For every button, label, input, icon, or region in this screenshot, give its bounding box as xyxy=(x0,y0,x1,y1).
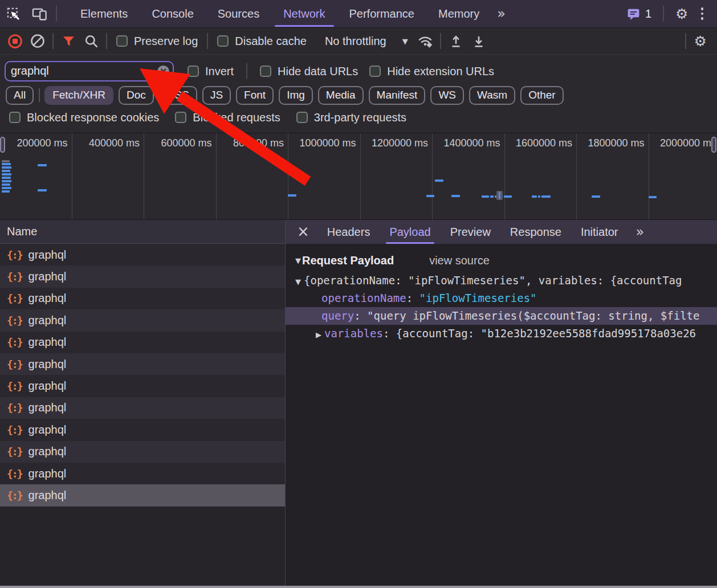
inspect-element-icon[interactable] xyxy=(0,2,26,25)
request-name: graphql xyxy=(28,270,67,283)
request-bar xyxy=(2,183,10,186)
hide-data-urls-checkbox[interactable] xyxy=(260,66,271,77)
disable-cache-label: Disable cache xyxy=(235,35,307,48)
disable-cache-checkbox[interactable] xyxy=(217,35,229,47)
detail-tab-initiator[interactable]: Initiator xyxy=(577,220,622,244)
preserve-log-checkbox[interactable] xyxy=(116,35,128,47)
devtools-top-bar: ElementsConsoleSourcesNetworkPerformance… xyxy=(0,0,717,27)
hide-data-urls-option: Hide data URLs xyxy=(260,65,358,78)
chip-js[interactable]: JS xyxy=(202,86,231,105)
request-bar xyxy=(435,179,443,182)
json-braces-icon: {:} xyxy=(7,292,22,304)
tab-performance[interactable]: Performance xyxy=(337,0,427,27)
request-row[interactable]: {:}graphql xyxy=(0,288,285,309)
request-bar xyxy=(2,173,11,175)
divider xyxy=(685,33,686,49)
issues-counter[interactable]: 1 xyxy=(626,7,651,21)
network-settings-gear-icon[interactable]: ⚙ xyxy=(694,34,707,48)
detail-tab-payload[interactable]: Payload xyxy=(386,220,434,244)
hide-extension-urls-checkbox[interactable] xyxy=(369,66,381,77)
filter-section: × Invert Hide data URLs Hide extension U… xyxy=(0,55,717,133)
payload-tree-line[interactable]: operationName: "ipFlowTimeseries" xyxy=(286,289,717,307)
payload-tree-line[interactable]: ▼{operationName: "ipFlowTimeseries", var… xyxy=(286,272,717,289)
chip-all[interactable]: All xyxy=(6,86,34,105)
tab-sources[interactable]: Sources xyxy=(206,0,271,27)
chip-ws[interactable]: WS xyxy=(430,86,464,105)
invert-checkbox[interactable] xyxy=(188,66,199,77)
more-detail-tabs-icon[interactable]: » xyxy=(635,224,644,240)
chip-img[interactable]: Img xyxy=(279,86,313,105)
timeline-left-handle[interactable] xyxy=(0,137,5,153)
timeline-tick: 1400000 ms xyxy=(433,133,505,219)
request-row[interactable]: {:}graphql xyxy=(0,309,285,331)
export-har-icon[interactable] xyxy=(467,30,490,52)
request-bar xyxy=(490,195,494,198)
json-braces-icon: {:} xyxy=(7,380,22,392)
throttling-select[interactable]: No throttling ▼ xyxy=(325,35,408,48)
request-row[interactable]: {:}graphql xyxy=(0,353,285,375)
clear-network-log-icon[interactable] xyxy=(26,30,49,52)
tab-console[interactable]: Console xyxy=(140,0,205,27)
request-bar xyxy=(2,163,11,165)
request-row[interactable]: {:}graphql xyxy=(0,244,285,266)
payload-tree-line[interactable]: query: "query ipFlowTimeseries($accountT… xyxy=(286,307,717,325)
chip-manifest[interactable]: Manifest xyxy=(369,86,426,105)
request-row[interactable]: {:}graphql xyxy=(0,441,285,463)
network-conditions-icon[interactable] xyxy=(414,30,437,52)
record-network-log-icon[interactable] xyxy=(3,30,26,52)
chip-font[interactable]: Font xyxy=(236,86,274,105)
payload-tree-line[interactable]: ▶variables: {accountTag: "b12e3b2192ee55… xyxy=(286,325,717,342)
request-bar xyxy=(2,160,10,162)
network-overview-timeline[interactable]: 200000 ms400000 ms600000 ms800000 ms1000… xyxy=(0,133,717,219)
customize-menu-icon[interactable] xyxy=(696,5,708,22)
request-bar xyxy=(649,196,657,198)
request-row[interactable]: {:}graphql xyxy=(0,463,285,484)
clear-filter-icon[interactable]: × xyxy=(157,66,169,77)
chip-wasm[interactable]: Wasm xyxy=(469,86,515,105)
3rd-party-requests-checkbox[interactable] xyxy=(296,112,308,123)
settings-gear-icon[interactable]: ⚙ xyxy=(675,7,688,21)
payload-text: {operationName: "ipFlowTimeseries", vari… xyxy=(304,274,682,287)
tab-elements[interactable]: Elements xyxy=(68,0,140,27)
blocked-requests-checkbox[interactable] xyxy=(175,112,186,123)
request-row[interactable]: {:}graphql xyxy=(0,375,285,397)
close-icon[interactable]: × xyxy=(286,223,317,241)
payload-text: : xyxy=(354,309,367,322)
collapse-section-icon[interactable]: ▼ xyxy=(295,256,301,265)
blocked-response-cookies-option: Blocked response cookies xyxy=(9,111,159,124)
request-bar xyxy=(2,190,10,193)
view-source-link[interactable]: view source xyxy=(429,254,490,267)
detail-tab-headers[interactable]: Headers xyxy=(324,220,374,244)
chip-doc[interactable]: Doc xyxy=(119,86,154,105)
request-row[interactable]: {:}graphql xyxy=(0,484,285,506)
request-row[interactable]: {:}graphql xyxy=(0,266,285,287)
request-row[interactable]: {:}graphql xyxy=(0,397,285,419)
tab-network[interactable]: Network xyxy=(271,0,337,27)
request-bar xyxy=(2,187,11,189)
detail-tab-preview[interactable]: Preview xyxy=(447,220,494,244)
request-row[interactable]: {:}graphql xyxy=(0,332,285,353)
detail-tab-response[interactable]: Response xyxy=(507,220,565,244)
import-har-icon[interactable] xyxy=(445,30,467,52)
blocked-filters-row: Blocked response cookiesBlocked requests… xyxy=(0,107,717,128)
more-panels-icon[interactable]: » xyxy=(491,6,511,22)
chip-css[interactable]: CSS xyxy=(159,86,197,105)
expanded-arrow-icon[interactable]: ▼ xyxy=(295,277,301,286)
invert-label: Invert xyxy=(205,65,234,78)
chip-fetch-xhr[interactable]: Fetch/XHR xyxy=(44,86,113,105)
disable-cache-option: Disable cache xyxy=(217,35,307,48)
filter-input[interactable] xyxy=(5,61,174,81)
timeline-right-handle[interactable] xyxy=(711,137,716,153)
timeline-tick: 1000000 ms xyxy=(288,133,361,219)
search-icon[interactable] xyxy=(80,30,103,52)
collapsed-arrow-icon[interactable]: ▶ xyxy=(316,330,321,339)
chip-other[interactable]: Other xyxy=(520,86,564,105)
request-row[interactable]: {:}graphql xyxy=(0,419,285,440)
tab-memory[interactable]: Memory xyxy=(426,0,491,27)
filter-icon[interactable] xyxy=(57,30,80,52)
blocked-response-cookies-checkbox[interactable] xyxy=(9,112,21,123)
chip-media[interactable]: Media xyxy=(318,86,364,105)
device-toolbar-icon[interactable] xyxy=(26,2,52,25)
name-column-header[interactable]: Name xyxy=(0,220,285,244)
3rd-party-requests-option: 3rd-party requests xyxy=(296,111,406,124)
